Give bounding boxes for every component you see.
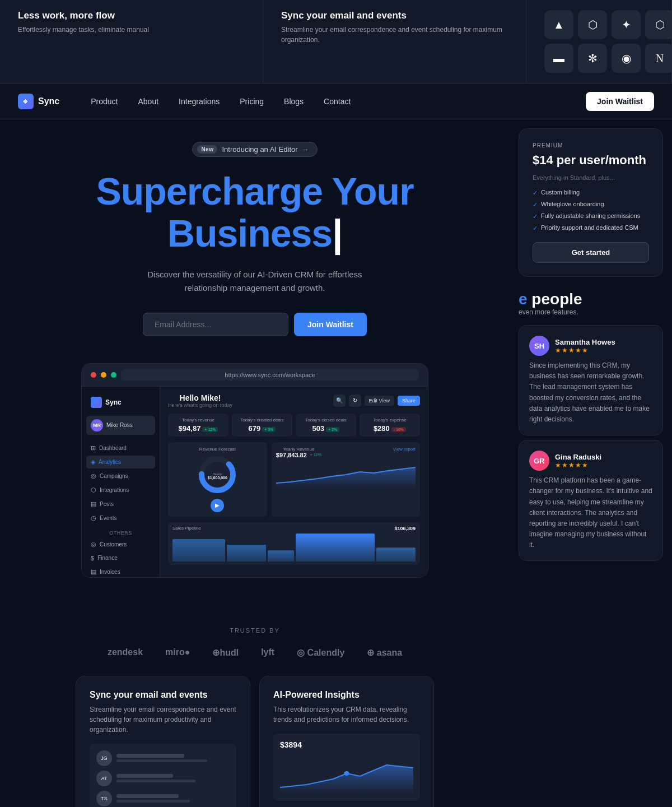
integration-icon-1[interactable]: ▲ bbox=[544, 10, 573, 39]
stat-created-deals: Today's created deals 679+ 3% bbox=[232, 414, 292, 437]
logo-zendesk: zendesk bbox=[108, 647, 143, 657]
hero-subtitle: Discover the versatility of our AI-Drive… bbox=[126, 268, 384, 295]
integration-icon-2[interactable]: ⬡ bbox=[578, 10, 607, 39]
nav-pricing[interactable]: Pricing bbox=[231, 92, 273, 110]
integration-icon-5[interactable]: ▬ bbox=[544, 44, 573, 73]
email-bar-3 bbox=[116, 794, 230, 803]
stat-expense-badge: - 10% bbox=[391, 427, 406, 432]
logo-lyft: lyft bbox=[261, 647, 274, 657]
dashboard-icon: ⊞ bbox=[91, 444, 96, 452]
badge-text: Introducing an AI Editor bbox=[222, 145, 297, 154]
search-icon[interactable]: 🔍 bbox=[333, 395, 346, 407]
new-tag: New bbox=[197, 145, 217, 154]
hero-section: New Introducing an AI Editor → Superchar… bbox=[64, 119, 445, 600]
pipeline-bars bbox=[172, 534, 416, 562]
sidebar-item-analytics[interactable]: ◈ Analytics bbox=[86, 456, 155, 469]
dashboard-preview: https://www.sync.com/workspace Sync MR M… bbox=[81, 363, 428, 578]
check-icon-3: ✓ bbox=[533, 213, 538, 220]
stat-revenue-badge: + 12% bbox=[202, 427, 218, 432]
trusted-label: TRUSTED BY bbox=[0, 627, 510, 634]
hero-title-line1: Supercharge Your bbox=[96, 170, 413, 212]
yearly-badge: + 12% bbox=[310, 453, 321, 457]
nav-integrations[interactable]: Integrations bbox=[170, 92, 228, 110]
yearly-revenue-label: Yearly Revenue $97,843.82 + 12% bbox=[276, 447, 321, 458]
edit-view-button[interactable]: Edit View bbox=[365, 396, 394, 406]
testimonial-card-1: SH Samantha Howes ★★★★★ Since implementi… bbox=[519, 325, 663, 435]
nav-about[interactable]: About bbox=[129, 92, 168, 110]
logo[interactable]: Sync bbox=[18, 94, 59, 109]
posts-icon: ▤ bbox=[91, 500, 96, 508]
logo-asana: ⊕ asana bbox=[367, 647, 402, 658]
ai-value: $3894 bbox=[280, 740, 413, 749]
sidebar-item-customers[interactable]: ◎ Customers bbox=[86, 538, 155, 551]
events-icon: ◷ bbox=[91, 514, 96, 522]
play-button[interactable]: ▶ bbox=[211, 499, 224, 512]
sidebar-logo: Sync bbox=[86, 393, 155, 411]
logo-miro: miro● bbox=[165, 647, 190, 657]
sidebar-item-invoices[interactable]: ▤ Invoices bbox=[86, 565, 155, 578]
integrations-icon: ⬡ bbox=[91, 486, 96, 494]
user-avatar: MR bbox=[91, 419, 103, 432]
donut-value: $1,000,000 bbox=[208, 475, 227, 479]
view-report-link[interactable]: View report bbox=[393, 447, 416, 452]
main-header: Hello Mike! Here's what's going on today… bbox=[168, 393, 420, 408]
integration-icon-4[interactable]: ⬡ bbox=[645, 10, 672, 39]
banner-item-3: ▲ ⬡ ✦ ⬡ ▬ ✼ ◉ N bbox=[526, 0, 672, 83]
stat-expense-value: $280- 10% bbox=[363, 424, 416, 433]
banner-desc-2: Streamline your email correspondence and… bbox=[281, 25, 508, 45]
hero-cta-button[interactable]: Join Waitlist bbox=[294, 313, 367, 336]
email-bar-1 bbox=[116, 754, 230, 762]
integration-icon-6[interactable]: ✼ bbox=[578, 44, 607, 73]
sidebar-item-finance[interactable]: $ Finance bbox=[86, 552, 155, 564]
testimonial-header-1: SH Samantha Howes ★★★★★ bbox=[529, 336, 652, 356]
integration-icon-8[interactable]: N bbox=[645, 44, 672, 73]
integration-icon-3[interactable]: ✦ bbox=[612, 10, 641, 39]
email-avatar-1: JG bbox=[96, 750, 112, 766]
pipeline-row: Sales Pipeline $106,309 bbox=[168, 522, 420, 565]
sidebar-item-campaigns[interactable]: ◎ Campaigns bbox=[86, 470, 155, 483]
nav-links: Product About Integrations Pricing Blogs… bbox=[82, 92, 586, 110]
nav-contact[interactable]: Contact bbox=[315, 92, 360, 110]
stat-revenue-label: Today's revenue bbox=[172, 418, 225, 423]
stat-revenue: Today's revenue $94,87+ 12% bbox=[168, 414, 228, 437]
sidebar-item-events[interactable]: ◷ Events bbox=[86, 512, 155, 525]
email-bar-2 bbox=[116, 774, 230, 782]
sidebar-item-integrations[interactable]: ⬡ Integrations bbox=[86, 484, 155, 497]
dashboard-body: Sync MR Mike Ross ⊞ Dashboard bbox=[82, 387, 428, 577]
integrations-grid: ▲ ⬡ ✦ ⬡ ▬ ✼ ◉ N bbox=[544, 10, 654, 73]
chart-dot bbox=[344, 771, 349, 776]
pricing-price: $14 per user/month bbox=[533, 153, 649, 168]
dashboard-main: Hello Mike! Here's what's going on today… bbox=[160, 387, 428, 577]
nav-product[interactable]: Product bbox=[82, 92, 127, 110]
share-button[interactable]: Share bbox=[398, 396, 420, 406]
charts-row: Revenue Forecast Yearly $1,0 bbox=[168, 442, 420, 517]
stat-expense: Today's expense $280- 10% bbox=[360, 414, 420, 437]
dashboard-sidebar: Sync MR Mike Ross ⊞ Dashboard bbox=[82, 387, 160, 577]
new-badge[interactable]: New Introducing an AI Editor → bbox=[192, 142, 317, 157]
pricing-card: PREMIUM $14 per user/month Everything in… bbox=[519, 128, 663, 277]
campaigns-icon: ◎ bbox=[91, 472, 96, 480]
email-input[interactable] bbox=[143, 313, 288, 336]
navbar: Sync Product About Integrations Pricing … bbox=[0, 84, 672, 119]
integration-icon-7[interactable]: ◉ bbox=[612, 44, 641, 73]
banner-item-1: Less work, more flow Effortlessly manage… bbox=[0, 0, 263, 83]
testimonial-text-2: This CRM platform has been a game-change… bbox=[529, 475, 652, 550]
feature-card-email: Sync your email and events Streamline yo… bbox=[76, 676, 250, 807]
banner-title-2: Sync your email and events bbox=[281, 10, 508, 21]
testimonial-stars-2: ★★★★★ bbox=[555, 461, 601, 469]
refresh-icon[interactable]: ↻ bbox=[349, 395, 361, 407]
forecast-label: Revenue Forecast bbox=[172, 447, 263, 452]
banner-title-1: Less work, more flow bbox=[18, 10, 245, 21]
get-started-button[interactable]: Get started bbox=[533, 242, 649, 263]
url-bar: https://www.sync.com/workspace bbox=[121, 369, 419, 381]
sidebar-item-dashboard[interactable]: ⊞ Dashboard bbox=[86, 442, 155, 454]
pipeline-header: Sales Pipeline $106,309 bbox=[172, 526, 416, 531]
pricing-features-list: ✓ Custom billing ✓ Whiteglove onboarding… bbox=[533, 189, 649, 232]
finance-icon: $ bbox=[91, 555, 94, 562]
email-form: Join Waitlist bbox=[64, 313, 445, 336]
testimonial-text-1: Since implementing this CRM, my business… bbox=[529, 360, 652, 425]
feature-card-ai: AI-Powered Insights This revolutionizes … bbox=[259, 676, 434, 807]
nav-join-waitlist-button[interactable]: Join Waitlist bbox=[586, 92, 654, 111]
nav-blogs[interactable]: Blogs bbox=[275, 92, 312, 110]
sidebar-item-posts[interactable]: ▤ Posts bbox=[86, 498, 155, 511]
